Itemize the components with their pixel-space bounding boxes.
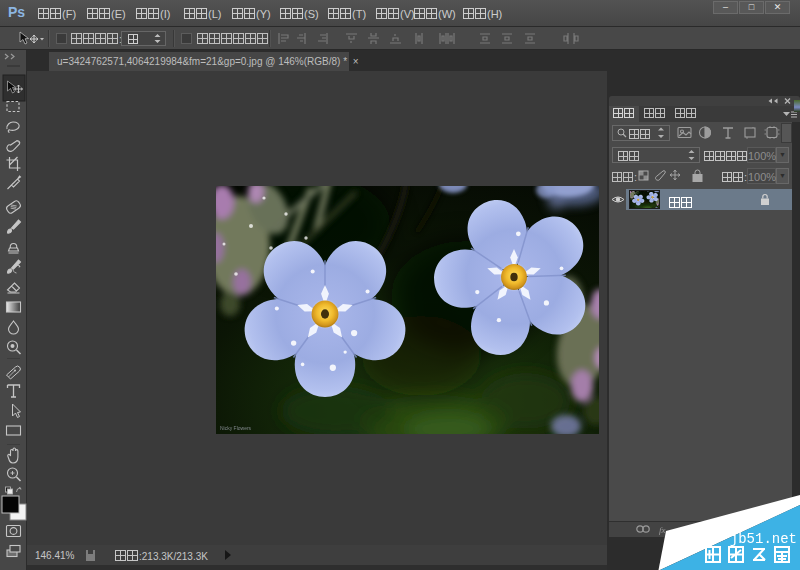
- svg-text:jb51.net: jb51.net: [730, 531, 797, 547]
